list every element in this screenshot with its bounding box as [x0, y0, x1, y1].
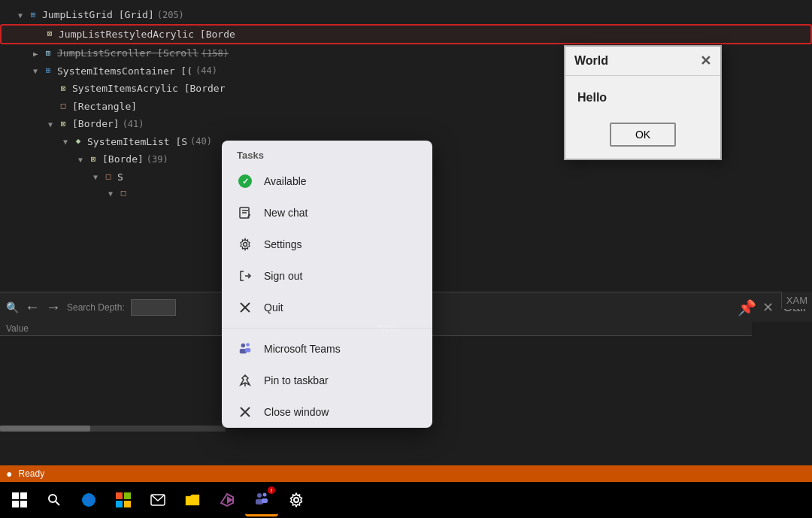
- taskbar-teams[interactable]: !: [245, 483, 278, 516]
- status-text: Ready: [18, 468, 44, 479]
- tree-item-label: [Borde]: [102, 152, 144, 167]
- dialog-title-bar: World ✕: [565, 47, 720, 76]
- svg-rect-8: [124, 492, 131, 499]
- jump-item-teams-app[interactable]: Microsoft Teams: [222, 333, 432, 365]
- signout-icon: [237, 268, 253, 284]
- tree-item-label: SystemItemsAcrylic [Border: [72, 81, 226, 96]
- svg-rect-30: [245, 348, 250, 352]
- tree-arrow: ▼: [45, 119, 56, 129]
- svg-point-6: [82, 493, 95, 507]
- svg-point-4: [49, 495, 56, 502]
- border-icon: ⊠: [57, 83, 69, 95]
- rect-icon: □: [57, 100, 69, 112]
- grid-icon: ⊞: [27, 9, 39, 21]
- folder-icon: [185, 493, 200, 507]
- svg-point-27: [241, 344, 245, 347]
- arrow-right-icon[interactable]: →: [46, 298, 61, 316]
- jump-item-label: Settings: [264, 238, 302, 250]
- tree-item-count: (158): [201, 47, 229, 60]
- scroll-icon: ⊞: [42, 47, 54, 59]
- windows-logo-icon: [12, 492, 27, 507]
- svg-line-5: [56, 501, 59, 505]
- tree-item-label: [Rectangle]: [72, 99, 137, 114]
- tree-item-label: JumpListScroller [Scroll: [57, 46, 198, 61]
- tree-item-label: S: [117, 170, 123, 185]
- jump-item-label: New chat: [264, 207, 308, 219]
- jump-list-menu: Tasks Available New chat Settings: [222, 141, 432, 428]
- tree-item-count: (205): [157, 8, 184, 22]
- jump-item-pin[interactable]: Pin to taskbar: [222, 365, 432, 396]
- jump-item-label: Microsoft Teams: [264, 343, 341, 355]
- pin-icon: [237, 372, 253, 389]
- svg-point-15: [263, 492, 267, 496]
- taskbar-vs[interactable]: [211, 483, 244, 516]
- edge-icon: [81, 492, 96, 507]
- jump-section-header: Tasks: [222, 141, 432, 165]
- border-icon: ⊠: [87, 153, 99, 165]
- dialog-ok-button[interactable]: OK: [610, 123, 676, 147]
- jump-item-label: Pin to taskbar: [264, 374, 329, 386]
- arrow-left-icon[interactable]: ←: [25, 298, 40, 316]
- mail-icon: [150, 493, 165, 507]
- tree-arrow: [32, 29, 42, 39]
- tree-arrow: ▼: [90, 171, 101, 182]
- pin-icon[interactable]: 📌: [738, 298, 756, 317]
- visual-studio-icon: [220, 492, 235, 507]
- teams-notification-badge: !: [268, 486, 275, 494]
- tree-arrow: ▼: [30, 65, 41, 76]
- grid-icon: ⊞: [42, 65, 54, 77]
- xaml-label: XAM: [781, 292, 812, 309]
- taskbar-search[interactable]: [38, 483, 71, 516]
- tree-arrow: ▼: [15, 10, 26, 20]
- edit-icon: [237, 204, 253, 221]
- horizontal-scrollbar[interactable]: [0, 426, 226, 432]
- close-panel-icon[interactable]: ✕: [762, 299, 774, 316]
- jump-item-settings[interactable]: Settings: [222, 229, 432, 260]
- search-icon: [47, 493, 61, 507]
- svg-rect-2: [12, 501, 19, 507]
- jump-item-available[interactable]: Available: [222, 165, 432, 197]
- dialog-body: Hello OK: [565, 76, 720, 159]
- search-depth-input[interactable]: [131, 299, 176, 316]
- svg-rect-3: [20, 501, 27, 507]
- taskbar-explorer[interactable]: [176, 483, 209, 516]
- jump-item-label: Close window: [264, 406, 329, 418]
- jump-item-new-chat[interactable]: New chat: [222, 197, 432, 229]
- settings-icon: [289, 492, 304, 507]
- tree-item-label: SystemItemsContainer [(: [57, 64, 192, 79]
- status-bar: ● Ready: [0, 465, 812, 482]
- tree-item-label: [Border]: [72, 117, 120, 132]
- dialog-close-button[interactable]: ✕: [700, 53, 711, 69]
- taskbar-edge[interactable]: [72, 483, 105, 516]
- svg-point-18: [294, 498, 298, 502]
- svg-line-22: [250, 214, 250, 215]
- tree-item-count: (41): [123, 117, 144, 131]
- tree-item-label: SystemItemList [S: [87, 135, 187, 150]
- jump-item-close[interactable]: Close window: [222, 396, 432, 428]
- dialog-window: World ✕ Hello OK: [564, 45, 722, 160]
- tree-item-highlighted[interactable]: ⊠ JumpListRestyledAcrylic [Borde: [0, 24, 812, 45]
- tree-item[interactable]: ▼ ⊞ JumpListGrid [Grid] (205): [0, 6, 812, 24]
- microsoft-icon: [116, 492, 131, 507]
- teams-icon: [253, 492, 270, 507]
- jump-item-quit[interactable]: Quit: [222, 292, 432, 323]
- tree-arrow: [45, 101, 56, 111]
- svg-rect-1: [20, 492, 27, 499]
- taskbar-settings[interactable]: [280, 483, 313, 516]
- status-icon: ●: [6, 468, 12, 480]
- tree-item-label: JumpListGrid [Grid]: [42, 8, 154, 23]
- search-icon: 🔍: [6, 301, 19, 314]
- tree-item-label: JumpListRestyledAcrylic [Borde: [59, 27, 235, 42]
- taskbar-mail[interactable]: [141, 483, 174, 516]
- svg-rect-7: [116, 492, 123, 499]
- dialog-title: World: [574, 54, 608, 68]
- svg-rect-0: [12, 492, 19, 499]
- svg-rect-17: [262, 498, 268, 503]
- svg-point-23: [244, 243, 247, 247]
- svg-point-28: [246, 343, 250, 347]
- jump-item-signout[interactable]: Sign out: [222, 260, 432, 292]
- svg-rect-10: [124, 501, 131, 507]
- taskbar-start[interactable]: [3, 483, 36, 516]
- scroll-thumb[interactable]: [0, 426, 90, 432]
- taskbar-ms[interactable]: [107, 483, 140, 516]
